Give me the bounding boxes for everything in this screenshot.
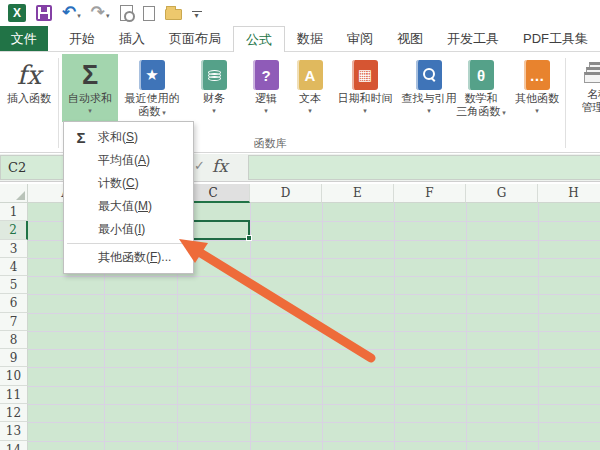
more-functions-button-label: 其他函数 [515, 92, 559, 105]
name-manager-icon [584, 60, 600, 86]
gridline [28, 313, 600, 314]
insert-function-label: 插入函数 [7, 92, 51, 105]
row-header-8[interactable]: 8 [0, 331, 28, 349]
column-header-D[interactable]: D [250, 184, 322, 203]
tab-data[interactable]: 数据 [285, 26, 335, 51]
row-header-9[interactable]: 9 [0, 349, 28, 367]
tab-page-layout[interactable]: 页面布局 [157, 26, 233, 51]
tab-insert[interactable]: 插入 [107, 26, 157, 51]
menu-item-max-label: 最大值(M) [64, 198, 152, 215]
menu-item-more-functions[interactable]: 其他函数(F)... [64, 246, 193, 269]
open-folder-icon[interactable] [165, 9, 182, 20]
ribbon-divider [565, 58, 566, 148]
redo-icon: ↷ [91, 5, 105, 21]
excel-window: X ↶ ▾ ↷ ▾ ▾ 文件 开始 插入 页面布局 公式 数据 审阅 视图 开发… [0, 0, 600, 450]
gridline [28, 422, 600, 423]
column-header-F[interactable]: F [394, 184, 466, 203]
menu-item-more-functions-label: 其他函数(F)... [64, 249, 171, 266]
menu-item-sum[interactable]: Σ求和(S) [64, 126, 193, 149]
redo-dropdown-icon[interactable]: ▾ [106, 11, 110, 21]
menu-item-count-label: 计数(C) [64, 175, 139, 192]
customize-toolbar-icon[interactable]: ▾ [192, 11, 202, 20]
row-header-2[interactable]: 2 [0, 221, 28, 240]
menu-item-average[interactable]: 平均值(A) [64, 149, 193, 172]
insert-function-fx-icon[interactable]: fx [212, 156, 228, 176]
row-header-3[interactable]: 3 [0, 240, 28, 258]
menu-item-min-label: 最小值(I) [64, 221, 145, 238]
autosum-button[interactable]: Σ自动求和▾ [62, 54, 118, 122]
logical-button[interactable]: ?逻辑▾ [244, 54, 288, 122]
tab-developer[interactable]: 开发工具 [435, 26, 511, 51]
sigma-icon: Σ [82, 60, 98, 90]
autosum-button-label: 自动求和 [68, 92, 112, 105]
date-time-button[interactable]: ▦日期和时间▾ [332, 54, 398, 122]
column-header-H[interactable]: H [538, 184, 600, 203]
formula-input[interactable] [248, 155, 600, 180]
redo-button[interactable]: ↷ ▾ [91, 5, 110, 21]
row-header-10[interactable]: 10 [0, 367, 28, 386]
tab-file[interactable]: 文件 [0, 26, 48, 51]
lookup-reference-button-label: 查找与引用 [402, 92, 457, 105]
excel-logo-icon: X [8, 4, 26, 22]
row-header-13[interactable]: 13 [0, 422, 28, 441]
column-header-G[interactable]: G [466, 184, 538, 203]
logical-button-label: 逻辑 [255, 92, 277, 105]
book-question-icon: ? [253, 60, 279, 90]
insert-function-button[interactable]: fx 插入函数 [2, 54, 56, 122]
menu-item-min[interactable]: 最小值(I) [64, 218, 193, 241]
row-header-11[interactable]: 11 [0, 386, 28, 404]
group-label-function-library: 函数库 [200, 136, 340, 151]
tab-home[interactable]: 开始 [57, 26, 107, 51]
select-all-corner[interactable] [0, 184, 28, 203]
gridline [28, 367, 600, 368]
save-icon[interactable] [36, 5, 52, 21]
row-header-5[interactable]: 5 [0, 276, 28, 294]
new-document-icon[interactable] [143, 6, 155, 21]
column-header-E[interactable]: E [322, 184, 394, 203]
autosum-dropdown-menu: Σ求和(S)平均值(A)计数(C)最大值(M)最小值(I)其他函数(F)... [63, 121, 194, 274]
tab-pdf-tools[interactable]: PDF工具集 [511, 26, 600, 51]
math-trig-button[interactable]: θ数学和三角函数 ▾ [452, 54, 510, 122]
row-header-6[interactable]: 6 [0, 294, 28, 313]
menu-item-average-label: 平均值(A) [64, 152, 150, 169]
tab-view[interactable]: 视图 [385, 26, 435, 51]
fx-icon: fx [17, 60, 41, 90]
menu-item-max[interactable]: 最大值(M) [64, 195, 193, 218]
book-star-icon: ★ [139, 60, 165, 90]
gridline [28, 349, 600, 350]
menu-item-sum-label: 求和(S) [98, 129, 138, 146]
menu-separator [67, 243, 190, 244]
menu-item-count[interactable]: 计数(C) [64, 172, 193, 195]
book-dots-icon: … [524, 60, 550, 90]
recently-used-functions-button[interactable]: ★最近使用的函数 ▾ [120, 54, 184, 122]
name-manager-button[interactable]: 名称 管理器 [568, 54, 600, 122]
math-trig-button-label: 数学和三角函数 ▾ [456, 92, 505, 118]
row-header-1[interactable]: 1 [0, 203, 28, 221]
gridline [28, 441, 600, 442]
tab-review[interactable]: 审阅 [335, 26, 385, 51]
name-manager-label-line2: 管理器 [582, 101, 600, 114]
row-header-7[interactable]: 7 [0, 313, 28, 331]
enter-check-icon[interactable]: ✓ [194, 158, 205, 173]
recently-used-functions-button-label: 最近使用的函数 ▾ [125, 92, 180, 118]
fill-handle[interactable] [246, 235, 252, 241]
print-preview-icon[interactable] [120, 5, 133, 21]
undo-dropdown-icon[interactable]: ▾ [77, 11, 81, 21]
undo-icon: ↶ [62, 5, 76, 21]
row-header-4[interactable]: 4 [0, 258, 28, 276]
financial-button[interactable]: 财务▾ [188, 54, 240, 122]
text-button[interactable]: A文本▾ [288, 54, 332, 122]
row-header-12[interactable]: 12 [0, 404, 28, 422]
book-letter-a-icon: A [297, 60, 323, 90]
undo-button[interactable]: ↶ ▾ [62, 5, 81, 21]
gridline [28, 276, 600, 277]
tab-formulas[interactable]: 公式 [233, 26, 285, 52]
lookup-reference-button[interactable]: 查找与引用▾ [398, 54, 460, 122]
gridline [28, 404, 600, 405]
ribbon-divider [58, 58, 59, 148]
date-time-button-label: 日期和时间 [338, 92, 393, 105]
gridline [28, 386, 600, 387]
more-functions-button[interactable]: …其他函数▾ [510, 54, 564, 122]
gridline [28, 294, 600, 295]
row-header-14[interactable]: 14 [0, 441, 28, 450]
